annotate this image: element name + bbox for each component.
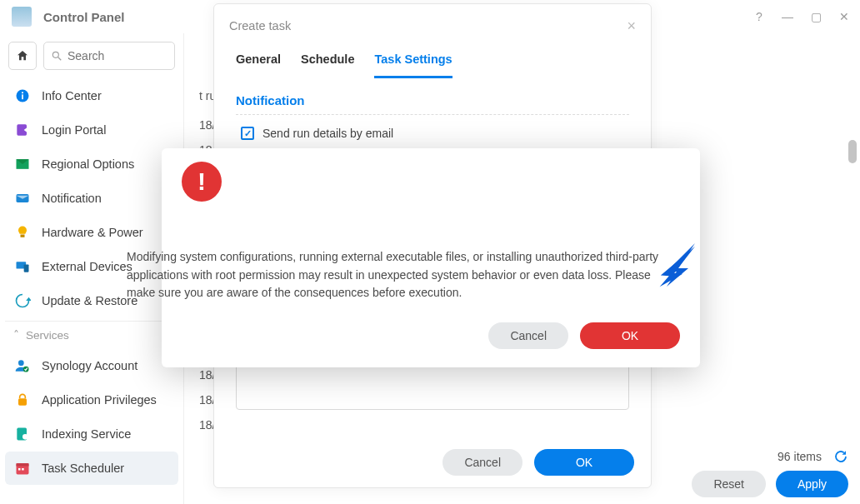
sidebar-item-indexing-service[interactable]: Indexing Service	[5, 417, 178, 451]
section-services[interactable]: ˄ Services	[5, 321, 178, 348]
window-title: Control Panel	[43, 10, 125, 24]
sidebar-item-label: Task Scheduler	[42, 462, 124, 475]
dialog-ok-button[interactable]: OK	[534, 449, 634, 476]
svg-point-15	[22, 434, 28, 440]
svg-point-0	[52, 52, 58, 57]
region-icon	[13, 155, 32, 173]
devices-icon	[13, 257, 32, 276]
svg-rect-8	[21, 235, 25, 237]
reset-button[interactable]: Reset	[692, 471, 766, 497]
sidebar-item-label: Regional Options	[42, 157, 134, 171]
svg-rect-19	[18, 468, 21, 471]
section-label: Services	[26, 329, 69, 342]
notification-section: Notification	[236, 90, 629, 115]
portal-icon	[13, 121, 32, 139]
sidebar-item-label: Info Center	[42, 89, 102, 102]
warning-icon: !	[182, 162, 222, 202]
send-email-checkbox-row[interactable]: ✓ Send run details by email	[236, 115, 629, 152]
svg-line-16	[28, 439, 30, 442]
warning-modal: ! Modifying system configurations, runni…	[162, 148, 700, 367]
warn-cancel-button[interactable]: Cancel	[488, 322, 568, 349]
tab-schedule[interactable]: Schedule	[301, 47, 354, 78]
svg-rect-20	[22, 468, 24, 471]
lock-icon	[13, 391, 32, 409]
refresh-icon[interactable]	[833, 449, 848, 464]
sidebar-item-label: Login Portal	[42, 123, 106, 137]
sidebar-item-label: Application Privileges	[42, 393, 157, 407]
close-icon[interactable]: ✕	[835, 7, 853, 26]
minimize-icon[interactable]: —	[778, 7, 797, 26]
warning-text: Modifying system configurations, running…	[127, 205, 680, 302]
info-icon	[13, 87, 32, 105]
svg-point-4	[22, 92, 23, 93]
sidebar-item-label: External Devices	[42, 260, 132, 273]
svg-point-11	[18, 360, 24, 366]
search-input-wrap[interactable]	[43, 42, 175, 70]
checkbox-icon[interactable]: ✓	[241, 127, 254, 140]
account-icon	[13, 357, 32, 375]
bulb-icon	[13, 223, 32, 242]
sidebar-item-regional-options[interactable]: Regional Options	[5, 147, 178, 181]
dialog-title: Create task	[229, 19, 291, 32]
help-icon[interactable]: ?	[750, 7, 768, 26]
svg-rect-18	[17, 463, 29, 466]
sidebar-item-application-privileges[interactable]: Application Privileges	[5, 383, 178, 417]
svg-rect-10	[24, 265, 29, 272]
sidebar-item-label: Indexing Service	[42, 427, 131, 441]
checkbox-label: Send run details by email	[262, 127, 393, 140]
search-input[interactable]	[68, 49, 168, 62]
sidebar-item-label: Synology Account	[42, 359, 138, 372]
svg-rect-13	[18, 398, 27, 405]
sidebar-item-label: Notification	[42, 192, 102, 205]
sidebar-item-login-portal[interactable]: Login Portal	[5, 113, 178, 147]
index-icon	[13, 425, 32, 443]
notify-icon	[13, 189, 32, 207]
dialog-close-icon[interactable]: ×	[627, 17, 636, 35]
item-count: 96 items	[778, 450, 822, 463]
app-icon	[12, 7, 32, 27]
svg-line-1	[58, 57, 62, 61]
sidebar-item-task-scheduler[interactable]: Task Scheduler	[5, 452, 178, 485]
apply-button[interactable]: Apply	[776, 471, 848, 497]
warn-ok-button[interactable]: OK	[580, 322, 680, 349]
chevron-up-icon: ˄	[13, 328, 19, 342]
maximize-icon[interactable]: ▢	[807, 7, 825, 26]
dialog-cancel-button[interactable]: Cancel	[442, 449, 522, 476]
tab-task-settings[interactable]: Task Settings	[374, 47, 452, 78]
sidebar-item-label: Update & Restore	[42, 294, 138, 307]
home-icon	[16, 49, 29, 62]
svg-rect-3	[22, 94, 23, 99]
schedule-icon	[13, 459, 32, 477]
tab-general[interactable]: General	[236, 47, 281, 78]
sidebar-item-synology-account[interactable]: Synology Account	[5, 349, 178, 382]
sidebar-item-info-center[interactable]: Info Center	[5, 79, 178, 112]
home-button[interactable]	[8, 42, 37, 70]
scrollbar-thumb[interactable]	[848, 140, 857, 163]
search-icon	[51, 50, 62, 62]
restore-icon	[13, 292, 32, 310]
